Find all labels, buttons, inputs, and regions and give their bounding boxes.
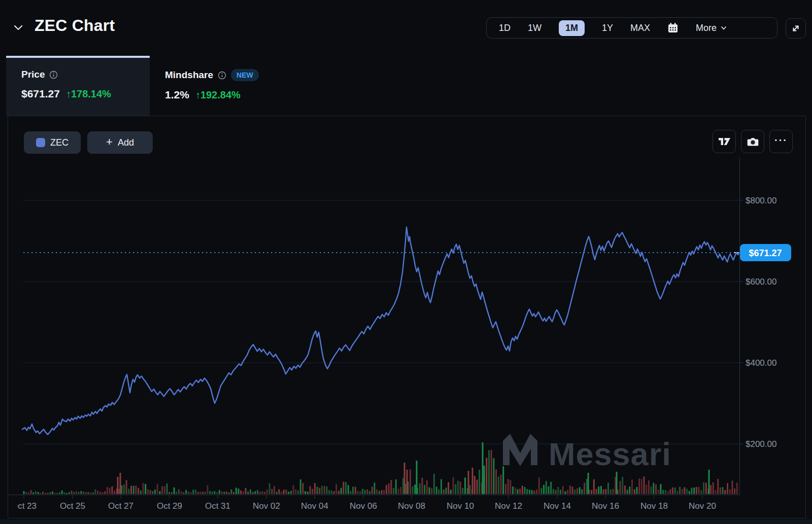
range-1d[interactable]: 1D xyxy=(499,23,511,33)
volume-bar xyxy=(479,470,480,494)
volume-bar xyxy=(45,493,46,494)
x-axis-label[interactable]: Oct 31 xyxy=(205,501,230,511)
x-axis-label[interactable]: Nov 20 xyxy=(689,501,716,511)
volume-bar xyxy=(297,491,299,494)
volume-bar xyxy=(312,489,313,494)
volume-bar xyxy=(414,484,416,494)
volume-bar xyxy=(607,482,609,494)
price-chart-svg[interactable]: $800.00$600.00$400.00$200.00MessariOct 2… xyxy=(8,116,805,518)
volume-bar xyxy=(715,490,717,494)
volume-bar xyxy=(107,487,108,494)
x-axis-label[interactable]: Nov 04 xyxy=(301,501,328,511)
calendar-icon[interactable] xyxy=(667,22,679,33)
volume-bar xyxy=(379,491,380,494)
volume-bar xyxy=(140,491,142,494)
volume-bar xyxy=(32,493,34,494)
x-axis-label[interactable]: Nov 08 xyxy=(398,501,425,511)
range-1w[interactable]: 1W xyxy=(528,23,542,33)
volume-bar xyxy=(538,477,540,494)
x-axis-label[interactable]: Nov 06 xyxy=(350,501,377,511)
volume-bar xyxy=(364,490,366,494)
price-tab-label: Price xyxy=(21,69,45,80)
range-max[interactable]: MAX xyxy=(630,23,650,33)
volume-bar xyxy=(572,486,573,494)
volume-bar xyxy=(85,492,87,494)
volume-bar xyxy=(228,493,230,494)
y-axis-label: $400.00 xyxy=(746,358,776,368)
volume-bar xyxy=(49,493,51,494)
volume-bar xyxy=(729,490,731,494)
volume-bar xyxy=(219,490,220,494)
volume-bar xyxy=(152,491,153,494)
volume-bar xyxy=(610,490,612,494)
volume-bar xyxy=(464,477,466,494)
volume-bar xyxy=(359,492,361,495)
tab-mindshare[interactable]: Mindshare NEW 1.2% ↑192.84% xyxy=(150,56,322,116)
volume-bar xyxy=(63,493,65,494)
volume-bar xyxy=(622,477,623,494)
volume-bar xyxy=(240,491,242,494)
x-axis-label[interactable]: Oct 23 xyxy=(11,501,37,511)
x-axis-label[interactable]: Nov 02 xyxy=(253,501,280,511)
volume-bar xyxy=(147,490,149,495)
volume-bar xyxy=(25,492,27,494)
volume-bar xyxy=(314,483,316,494)
volume-bar xyxy=(682,489,683,494)
volume-bar xyxy=(150,490,151,494)
x-axis-label[interactable]: Nov 18 xyxy=(640,501,668,511)
tab-price[interactable]: Price $671.27 ↑178.14% xyxy=(6,56,150,116)
x-axis-label[interactable]: Nov 14 xyxy=(544,501,571,511)
volume-bar xyxy=(223,492,225,495)
volume-bar xyxy=(171,492,173,494)
collapse-chevron-icon[interactable] xyxy=(12,21,24,33)
volume-bar xyxy=(221,492,223,494)
volume-bar xyxy=(345,482,347,494)
volume-bar xyxy=(302,483,303,494)
new-badge: NEW xyxy=(231,69,259,81)
volume-bar xyxy=(317,487,318,494)
volume-bar xyxy=(510,480,511,494)
range-1m-selected[interactable]: 1M xyxy=(559,20,585,36)
volume-bar xyxy=(717,479,719,494)
volume-bar xyxy=(35,491,37,494)
volume-bar xyxy=(400,487,401,494)
volume-bar xyxy=(472,468,473,494)
volume-bar xyxy=(631,479,633,494)
messari-logo-icon xyxy=(503,434,537,466)
volume-bar xyxy=(328,490,330,494)
volume-bar xyxy=(722,487,724,494)
zec-price-line xyxy=(22,227,739,435)
volume-bar xyxy=(515,487,516,494)
x-axis-label[interactable]: Oct 25 xyxy=(60,501,85,511)
below-panel-strip xyxy=(0,519,812,524)
volume-bar xyxy=(588,473,589,494)
x-axis-label[interactable]: Nov 10 xyxy=(447,501,474,511)
volume-bar xyxy=(397,489,399,494)
volume-bar xyxy=(404,463,405,494)
volume-bar xyxy=(388,483,390,494)
volume-bar xyxy=(484,466,485,494)
volume-bar xyxy=(369,491,370,494)
volume-bar xyxy=(416,461,418,494)
volume-bar xyxy=(651,486,652,494)
x-axis-label[interactable]: Oct 29 xyxy=(157,501,182,511)
x-axis-label[interactable]: Nov 16 xyxy=(592,501,619,511)
more-menu[interactable]: More xyxy=(696,23,727,33)
range-1y[interactable]: 1Y xyxy=(602,23,613,33)
x-axis-label[interactable]: Oct 27 xyxy=(108,501,133,511)
volume-bar xyxy=(276,492,278,494)
volume-bar xyxy=(161,486,163,494)
fullscreen-button[interactable] xyxy=(786,18,806,39)
volume-bar xyxy=(486,458,487,494)
volume-bar xyxy=(519,488,521,494)
volume-bar xyxy=(498,476,499,494)
volume-bar xyxy=(696,487,697,494)
volume-bar xyxy=(708,470,710,494)
volume-bar xyxy=(355,487,356,494)
volume-bar xyxy=(691,488,693,494)
volume-bar xyxy=(87,492,89,494)
x-axis-label[interactable]: Nov 12 xyxy=(495,501,522,511)
volume-bar xyxy=(97,491,98,494)
volume-bar xyxy=(343,482,344,494)
volume-bar xyxy=(138,488,139,494)
